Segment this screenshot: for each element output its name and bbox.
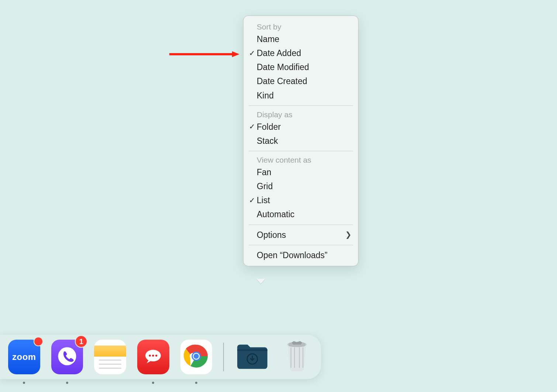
menu-item-sort-date-added[interactable]: ✓Date Added [243,46,358,60]
menu-item-sort-date-modified[interactable]: Date Modified [243,60,358,74]
running-indicator [152,382,154,384]
menu-item-view-list[interactable]: ✓List [243,193,358,207]
chat-icon [143,346,163,368]
svg-point-4 [149,355,151,357]
menu-section-viewas-label: View content as [243,154,358,165]
zoom-icon: zoom [12,352,36,362]
check-icon: ✓ [247,123,257,131]
running-indicator [23,382,25,384]
running-indicator [195,382,197,384]
running-indicator [66,382,68,384]
menu-item-display-stack[interactable]: Stack [243,134,358,148]
notes-icon [94,346,126,357]
annotation-arrow [169,51,239,57]
dock-divider [223,343,224,371]
menu-separator [249,245,353,245]
notification-badge [34,337,42,346]
menu-section-displayas-label: Display as [243,109,358,120]
chrome-icon [182,342,211,372]
check-icon: ✓ [247,197,257,204]
dock-app-zoom[interactable]: zoom [8,340,40,374]
dock-stack-context-menu: Sort by Name ✓Date Added Date Modified D… [243,15,359,266]
downloads-folder-icon [235,342,270,372]
dock-app-notes[interactable] [94,340,126,374]
menu-item-view-fan[interactable]: Fan [243,165,358,179]
dock-stack-downloads[interactable] [235,340,270,374]
svg-point-2 [58,347,76,365]
svg-point-5 [152,355,154,357]
dock-trash[interactable] [281,340,313,374]
chevron-right-icon: ❯ [345,231,352,239]
svg-point-10 [194,354,199,359]
menu-pointer [256,279,265,284]
menu-item-sort-date-created[interactable]: Date Created [243,74,358,88]
dock: zoom 1 [0,335,321,379]
menu-item-open-downloads[interactable]: Open “Downloads” [243,248,358,262]
trash-full-icon [284,340,310,374]
phone-icon [57,346,77,368]
menu-section-sortby-label: Sort by [243,21,358,32]
menu-item-display-folder[interactable]: ✓Folder [243,120,358,134]
menu-item-view-automatic[interactable]: Automatic [243,207,358,221]
check-icon: ✓ [247,49,257,57]
menu-item-sort-kind[interactable]: Kind [243,89,358,103]
dock-app-chrome[interactable] [180,340,212,374]
menu-separator [249,151,353,151]
svg-marker-1 [232,51,239,57]
menu-item-view-grid[interactable]: Grid [243,179,358,193]
menu-item-options[interactable]: Options❯ [243,228,358,242]
menu-item-sort-name[interactable]: Name [243,32,358,46]
notification-badge: 1 [76,336,87,347]
svg-point-6 [156,355,158,357]
menu-separator [249,225,353,225]
dock-app-viber[interactable]: 1 [51,340,83,374]
dock-app-rocketchat[interactable] [137,340,169,374]
menu-separator [249,105,353,106]
